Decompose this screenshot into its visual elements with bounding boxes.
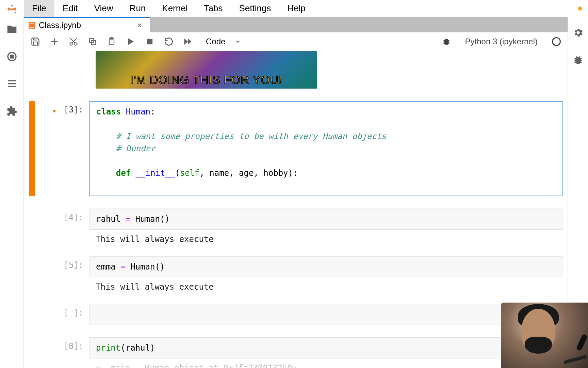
cell-gutter bbox=[29, 256, 35, 277]
kernel-status-icon bbox=[552, 37, 561, 46]
svg-point-10 bbox=[75, 43, 77, 45]
menu-bar: File Edit View Run Kernel Tabs Settings … bbox=[0, 0, 588, 17]
code-editor[interactable]: rahul = Human() bbox=[89, 209, 562, 230]
tab-bar: Class.ipynb × bbox=[24, 17, 568, 32]
menu-view[interactable]: View bbox=[86, 0, 121, 17]
image-output: I'M DOING THIS FOR YOU! bbox=[96, 51, 317, 89]
microphone-icon bbox=[554, 331, 588, 361]
run-icon[interactable] bbox=[126, 37, 135, 46]
cell-5[interactable]: [5]: emma = Human() bbox=[29, 256, 562, 277]
add-cell-icon[interactable] bbox=[50, 37, 59, 46]
cell-prompt: • [3]: bbox=[35, 101, 89, 196]
svg-marker-20 bbox=[188, 39, 192, 45]
svg-rect-3 bbox=[11, 55, 13, 58]
tab-class-ipynb[interactable]: Class.ipynb × bbox=[24, 17, 150, 32]
toc-icon[interactable] bbox=[6, 78, 17, 89]
cell-prompt: [8]: bbox=[35, 337, 89, 358]
cell-type-select[interactable]: Code bbox=[206, 36, 245, 47]
menu-help[interactable]: Help bbox=[279, 0, 313, 17]
folder-icon[interactable] bbox=[6, 24, 17, 35]
jupyter-logo bbox=[0, 3, 24, 14]
menu-tabs[interactable]: Tabs bbox=[196, 0, 231, 17]
chevron-down-icon bbox=[235, 39, 241, 45]
svg-rect-4 bbox=[8, 80, 16, 81]
extensions-icon[interactable] bbox=[6, 106, 17, 117]
cell-gutter bbox=[29, 304, 35, 325]
close-icon[interactable]: × bbox=[135, 20, 144, 31]
bottom-fade bbox=[29, 358, 562, 368]
svg-rect-5 bbox=[8, 83, 16, 84]
menu-run[interactable]: Run bbox=[121, 0, 154, 17]
svg-rect-6 bbox=[8, 86, 16, 87]
svg-point-1 bbox=[15, 12, 16, 13]
fast-forward-icon[interactable] bbox=[183, 37, 193, 46]
cell-empty[interactable]: [ ]: bbox=[29, 304, 562, 325]
svg-rect-18 bbox=[147, 39, 152, 44]
cell-gutter bbox=[29, 337, 35, 358]
svg-marker-17 bbox=[128, 39, 134, 45]
cut-icon[interactable] bbox=[69, 37, 78, 46]
gear-icon[interactable] bbox=[573, 27, 584, 38]
paste-icon[interactable] bbox=[107, 37, 116, 46]
cell-output: This will always execute bbox=[89, 277, 562, 292]
stop-icon[interactable] bbox=[145, 37, 154, 46]
code-editor[interactable]: print(rahul) bbox=[89, 337, 562, 358]
code-editor[interactable] bbox=[89, 304, 562, 325]
cell-output: This will always execute bbox=[89, 230, 562, 244]
notebook-area[interactable]: I'M DOING THIS FOR YOU! • [3]: class Hum… bbox=[29, 51, 562, 368]
image-caption: I'M DOING THIS FOR YOU! bbox=[130, 73, 282, 89]
tab-label: Class.ipynb bbox=[39, 20, 132, 30]
svg-point-9 bbox=[70, 43, 72, 45]
svg-point-0 bbox=[11, 4, 13, 6]
window-modified-indicator bbox=[578, 6, 582, 11]
cell-8[interactable]: [8]: print(rahul) bbox=[29, 337, 562, 358]
kernel-name[interactable]: Python 3 (ipykernel) bbox=[465, 37, 538, 46]
code-editor[interactable]: class Human: # I want some properties to… bbox=[89, 101, 562, 196]
restart-icon[interactable] bbox=[164, 37, 174, 46]
cell-prompt: [ ]: bbox=[35, 304, 89, 325]
cell-gutter-active bbox=[29, 101, 35, 196]
debugger-toggle-icon[interactable] bbox=[442, 37, 451, 46]
notebook-toolbar: Code Python 3 (ipykernel) bbox=[24, 32, 568, 51]
left-sidebar bbox=[0, 17, 24, 368]
debug-icon[interactable] bbox=[573, 55, 584, 65]
cell-prompt: [5]: bbox=[35, 256, 89, 277]
menu-edit[interactable]: Edit bbox=[54, 0, 86, 17]
cell-gutter bbox=[29, 209, 35, 230]
svg-marker-19 bbox=[184, 39, 188, 45]
save-icon[interactable] bbox=[31, 37, 40, 46]
notebook-icon bbox=[29, 22, 35, 29]
cell-type-label: Code bbox=[206, 37, 225, 46]
cell-prompt: [4]: bbox=[35, 209, 89, 230]
running-kernels-icon[interactable] bbox=[6, 51, 17, 62]
cell-3[interactable]: • [3]: class Human: # I want some proper… bbox=[29, 101, 562, 196]
menu-kernel[interactable]: Kernel bbox=[154, 0, 196, 17]
code-editor[interactable]: emma = Human() bbox=[89, 256, 562, 277]
webcam-overlay bbox=[501, 303, 588, 368]
dirty-indicator: • bbox=[51, 106, 57, 117]
menu-items: File Edit View Run Kernel Tabs Settings … bbox=[24, 0, 314, 17]
copy-icon[interactable] bbox=[88, 37, 97, 46]
cell-4[interactable]: [4]: rahul = Human() bbox=[29, 209, 562, 230]
menu-file[interactable]: File bbox=[24, 0, 54, 17]
menu-settings[interactable]: Settings bbox=[231, 0, 279, 17]
